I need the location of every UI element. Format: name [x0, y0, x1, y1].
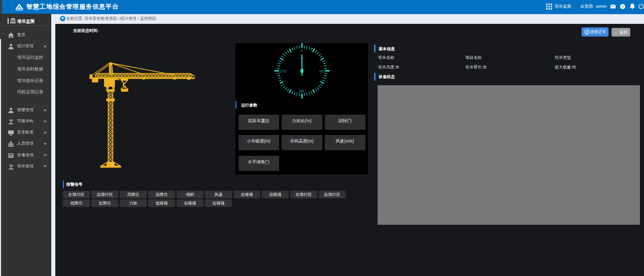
svg-text:?: ?: [621, 5, 623, 8]
svg-text:90: 90: [319, 69, 323, 74]
svg-text:270: 270: [280, 69, 287, 74]
svg-text:0: 0: [300, 48, 302, 53]
svg-text:180: 180: [298, 89, 305, 93]
